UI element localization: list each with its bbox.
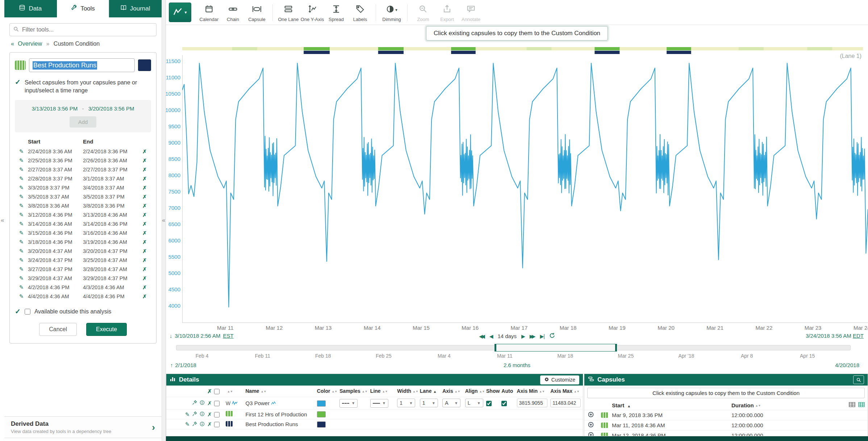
remove-icon[interactable]: ✗ [137, 212, 147, 218]
edit-icon[interactable]: ✎ [15, 275, 28, 282]
table-view-icon[interactable] [849, 402, 855, 408]
toolbar-item-dimming[interactable]: ▾ Dimming [380, 3, 404, 22]
toolbar-item-one-lane[interactable]: One Lane [276, 3, 300, 22]
line-select[interactable]: ▼ [370, 399, 388, 408]
overview-scrubber[interactable] [176, 345, 851, 350]
pin-icon[interactable] [192, 400, 197, 406]
sort-asc-icon[interactable]: ▲ [433, 390, 437, 394]
capsule-navy-capsule-bar[interactable] [304, 51, 330, 54]
info-icon[interactable] [200, 421, 205, 427]
remove-icon[interactable]: ✗ [137, 203, 147, 209]
capsule-green-capsule-bar[interactable] [594, 47, 619, 50]
pale-green-capsule-bar[interactable] [527, 47, 552, 50]
edit-icon[interactable]: ✎ [15, 248, 28, 254]
duration-label[interactable]: 14 days [498, 333, 517, 339]
step-back-full-icon[interactable]: ◀◀ [479, 333, 485, 339]
capsule-green-capsule-bar[interactable] [451, 47, 476, 50]
sort-icon[interactable]: ▲▼ [539, 391, 545, 393]
color-swatch[interactable] [317, 411, 326, 417]
investigate-duration[interactable]: 2.6 months [504, 362, 530, 368]
remove-icon[interactable]: ✗ [137, 167, 147, 172]
toolbar-item-labels[interactable]: Labels [348, 3, 372, 22]
add-capsule-icon[interactable] [588, 412, 601, 419]
remove-all-icon[interactable]: ✗ [207, 388, 212, 394]
edit-icon[interactable]: ✎ [15, 284, 28, 291]
sort-icon[interactable]: ▲▼ [479, 391, 485, 393]
range-end-link[interactable]: 3/20/2018 3:56 PM [88, 105, 134, 112]
add-button[interactable]: Add [70, 116, 97, 128]
axis-min-input[interactable] [517, 399, 547, 407]
edit-icon[interactable]: ✎ [15, 221, 28, 227]
item-name[interactable]: Q3 Power [245, 400, 270, 406]
edit-icon[interactable]: ✎ [15, 175, 28, 182]
edit-icon[interactable]: ✎ [15, 194, 28, 200]
edit-icon[interactable]: ✎ [185, 412, 190, 417]
grid-view-icon[interactable] [858, 402, 865, 408]
width-select[interactable]: 1▼ [397, 399, 415, 407]
display-range-start[interactable]: 3/10/2018 2:56 AM [175, 333, 221, 339]
align-select[interactable]: L▼ [465, 399, 483, 407]
breadcrumb-overview-link[interactable]: Overview [18, 41, 42, 47]
capsules-search-button[interactable] [853, 375, 864, 384]
capsule-navy-capsule-bar[interactable] [594, 51, 619, 54]
collapse-sidebar-icon[interactable]: « [162, 217, 165, 224]
investigate-start[interactable]: 2/1/2018 [175, 362, 196, 368]
color-swatch[interactable] [317, 400, 326, 407]
capsule-table-row[interactable]: Mar 12, 2018 4:36 PM 12:00:00.000 [584, 430, 868, 436]
step-forward-full-icon[interactable]: ▶▶ [530, 333, 535, 339]
select-all-checkbox[interactable] [214, 389, 220, 394]
filter-tools-input[interactable] [22, 26, 153, 33]
pin-icon[interactable] [192, 411, 197, 417]
step-back-icon[interactable]: ◀ [489, 333, 493, 339]
edit-icon[interactable]: ✎ [15, 212, 28, 218]
sort-asc-icon[interactable]: ▲ [627, 404, 631, 408]
item-name[interactable]: Best Production Runs [245, 421, 298, 427]
sort-icon[interactable]: ▲▼ [574, 391, 580, 393]
capsule-green-capsule-bar[interactable] [304, 47, 330, 50]
toolbar-item-one-y-axis[interactable]: One Y-Axis [300, 3, 324, 22]
timezone-start[interactable]: EST [223, 333, 233, 339]
remove-icon[interactable]: ✗ [207, 412, 212, 417]
remove-icon[interactable]: ✗ [137, 158, 147, 163]
capsule-green-capsule-bar[interactable] [378, 47, 404, 50]
edit-icon[interactable]: ✎ [15, 148, 28, 155]
axis-select[interactable]: A▼ [442, 399, 460, 407]
remove-icon[interactable]: ✗ [207, 421, 212, 427]
remove-icon[interactable]: ✗ [207, 400, 212, 406]
tab-journal[interactable]: Journal [109, 0, 162, 17]
remove-icon[interactable]: ✗ [137, 194, 147, 200]
condition-name-input[interactable]: Best Production Runs [29, 58, 135, 72]
tab-tools[interactable]: Tools [57, 0, 109, 17]
samples-select[interactable]: ▼ [339, 399, 358, 408]
sparkline-icon[interactable] [271, 400, 276, 406]
toolbar-item-spread[interactable]: Spread [324, 3, 348, 22]
lane-select[interactable]: 1▼ [420, 399, 438, 407]
details-row-first-12-hrs[interactable]: ✎ ✗ First 12 Hrs of Production [166, 409, 583, 419]
col-duration[interactable]: Duration [731, 402, 754, 408]
chevron-left-icon[interactable]: « [11, 41, 14, 47]
capsule-navy-capsule-bar[interactable] [451, 51, 476, 54]
bottom-scrollbar[interactable] [166, 436, 868, 441]
toolbar-item-chain[interactable]: Chain [221, 3, 245, 22]
available-checkbox[interactable] [25, 309, 30, 315]
sort-icon[interactable]: ▲▼ [755, 405, 761, 407]
pin-icon[interactable] [192, 421, 197, 427]
remove-icon[interactable]: ✗ [137, 239, 147, 245]
row-checkbox[interactable] [214, 412, 220, 417]
remove-icon[interactable]: ✗ [137, 294, 147, 299]
info-icon[interactable] [200, 400, 205, 406]
remove-icon[interactable]: ✗ [137, 275, 147, 281]
remove-icon[interactable]: ✗ [137, 185, 147, 191]
toolbar-item-calendar[interactable]: Calendar [197, 3, 221, 22]
edit-icon[interactable]: ✎ [15, 157, 28, 164]
remove-icon[interactable]: ✗ [137, 221, 147, 227]
capsule-table-row[interactable]: Mar 11, 2018 4:36 AM 12:00:00.000 [584, 420, 868, 430]
show-checkbox[interactable] [486, 401, 492, 406]
step-forward-icon[interactable]: ▶ [521, 333, 525, 339]
range-start-link[interactable]: 3/13/2018 3:56 PM [32, 105, 78, 112]
edit-icon[interactable]: ✎ [15, 230, 28, 236]
sort-icon[interactable]: ▲▼ [261, 391, 267, 393]
toolbar-item-capsule[interactable]: Capsule [245, 3, 269, 22]
remove-icon[interactable]: ✗ [137, 284, 147, 290]
color-swatch-button[interactable] [138, 59, 151, 71]
